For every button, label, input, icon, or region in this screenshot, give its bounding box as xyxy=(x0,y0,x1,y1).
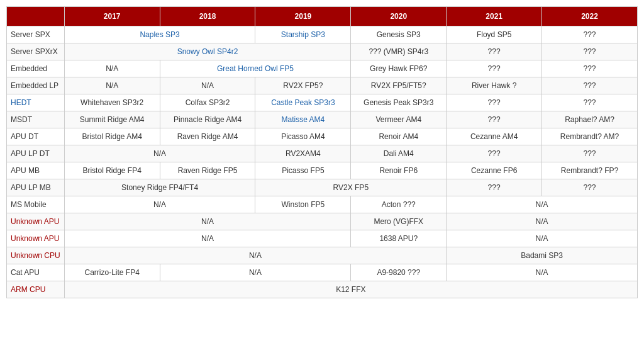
cell-apu-dt-3: Renoir AM4 xyxy=(351,128,447,145)
cell-unknown-apu-2-0: N/A xyxy=(64,230,351,247)
cell-unknown-apu-2-1: 1638 APU? xyxy=(351,230,447,247)
cell-msdt-2: Matisse AM4 xyxy=(255,111,351,128)
header-2018: 2018 xyxy=(160,7,255,26)
table-row-unknown-apu-1: Unknown APUN/AMero (VG)FFXN/A xyxy=(7,213,638,230)
cell-embedded-lp-2: RV2X FP5? xyxy=(255,77,351,94)
cell-cat-apu-3: N/A xyxy=(447,264,638,281)
cell-apu-lp-mb-3: ??? xyxy=(542,179,638,196)
cell-unknown-cpu-1: Badami SP3 xyxy=(447,247,638,264)
row-label-ms-mobile: MS Mobile xyxy=(7,196,65,213)
cell-server-spxrx-2: ??? xyxy=(447,43,542,60)
cell-ms-mobile-3: N/A xyxy=(447,196,638,213)
row-label-cat-apu: Cat APU xyxy=(7,264,65,281)
cell-unknown-cpu-0: N/A xyxy=(64,247,447,264)
cell-unknown-apu-2-2: N/A xyxy=(447,230,638,247)
cell-embedded-0: N/A xyxy=(64,60,160,77)
table-row-cat-apu: Cat APUCarrizo-Lite FP4N/AA9-9820 ???N/A xyxy=(7,264,638,281)
cell-msdt-4: ??? xyxy=(447,111,542,128)
row-label-embedded: Embedded xyxy=(7,60,65,77)
header-2021: 2021 xyxy=(447,7,542,26)
header-2022: 2022 xyxy=(542,7,638,26)
cell-msdt-1: Pinnacle Ridge AM4 xyxy=(160,111,255,128)
cell-ms-mobile-2: Acton ??? xyxy=(351,196,447,213)
cell-apu-mb-4: Cezanne FP6 xyxy=(447,162,542,179)
cell-apu-dt-0: Bristol Ridge AM4 xyxy=(64,128,160,145)
cell-embedded-1: Great Horned Owl FP5 xyxy=(160,60,351,77)
cell-apu-dt-2: Picasso AM4 xyxy=(255,128,351,145)
cell-apu-lp-dt-4: ??? xyxy=(542,145,638,162)
table-row-msdt: MSDTSummit Ridge AM4Pinnacle Ridge AM4Ma… xyxy=(7,111,638,128)
cell-hedt-1: Colfax SP3r2 xyxy=(160,94,255,111)
cell-server-spx-2: Genesis SP3 xyxy=(351,26,447,43)
row-label-unknown-apu-2: Unknown APU xyxy=(7,230,65,247)
cell-unknown-apu-1-1: Mero (VG)FFX xyxy=(351,213,447,230)
table-row-unknown-apu-2: Unknown APUN/A1638 APU?N/A xyxy=(7,230,638,247)
cell-apu-mb-5: Rembrandt? FP? xyxy=(542,162,638,179)
cell-server-spx-4: ??? xyxy=(542,26,638,43)
cell-msdt-0: Summit Ridge AM4 xyxy=(64,111,160,128)
cell-apu-dt-5: Rembrandt? AM? xyxy=(542,128,638,145)
table-row-unknown-cpu: Unknown CPUN/ABadami SP3 xyxy=(7,247,638,264)
cell-server-spx-1: Starship SP3 xyxy=(255,26,351,43)
cell-server-spxrx-3: ??? xyxy=(542,43,638,60)
header-2019: 2019 xyxy=(255,7,351,26)
cell-apu-lp-mb-2: ??? xyxy=(447,179,542,196)
cell-embedded-lp-0: N/A xyxy=(64,77,160,94)
header-2017: 2017 xyxy=(64,7,160,26)
cell-hedt-3: Genesis Peak SP3r3 xyxy=(351,94,447,111)
cell-server-spx-3: Floyd SP5 xyxy=(447,26,542,43)
cell-apu-lp-dt-1: RV2XAM4 xyxy=(255,145,351,162)
cell-hedt-4: ??? xyxy=(447,94,542,111)
header-2020: 2020 xyxy=(351,7,447,26)
cell-apu-lp-dt-0: N/A xyxy=(64,145,255,162)
row-label-unknown-cpu: Unknown CPU xyxy=(7,247,65,264)
row-label-embedded-lp: Embedded LP xyxy=(7,77,65,94)
table-row-apu-lp-dt: APU LP DTN/ARV2XAM4Dali AM4?????? xyxy=(7,145,638,162)
cell-server-spxrx-1: ??? (VMR) SP4r3 xyxy=(351,43,447,60)
cell-hedt-0: Whitehaven SP3r2 xyxy=(64,94,160,111)
cell-arm-cpu-0: K12 FFX xyxy=(64,281,637,298)
cell-embedded-4: ??? xyxy=(542,60,638,77)
cell-cat-apu-0: Carrizo-Lite FP4 xyxy=(64,264,160,281)
cell-apu-mb-1: Raven Ridge FP5 xyxy=(160,162,255,179)
cell-embedded-lp-5: ??? xyxy=(542,77,638,94)
cell-server-spx-0: Naples SP3 xyxy=(64,26,255,43)
table-row-hedt: HEDTWhitehaven SP3r2Colfax SP3r2Castle P… xyxy=(7,94,638,111)
cell-hedt-2: Castle Peak SP3r3 xyxy=(255,94,351,111)
row-label-apu-mb: APU MB xyxy=(7,162,65,179)
cell-cat-apu-1: N/A xyxy=(160,264,351,281)
cell-embedded-lp-3: RV2X FP5/FT5? xyxy=(351,77,447,94)
cell-unknown-apu-1-0: N/A xyxy=(64,213,351,230)
row-label-server-spxrx: Server SPXrX xyxy=(7,43,65,60)
row-label-server-spx: Server SPX xyxy=(7,26,65,43)
cell-server-spxrx-0: Snowy Owl SP4r2 xyxy=(64,43,351,60)
cell-apu-mb-0: Bristol Ridge FP4 xyxy=(64,162,160,179)
row-label-apu-lp-mb: APU LP MB xyxy=(7,179,65,196)
table-row-apu-mb: APU MBBristol Ridge FP4Raven Ridge FP5Pi… xyxy=(7,162,638,179)
cell-apu-lp-mb-1: RV2X FP5 xyxy=(255,179,447,196)
row-label-hedt: HEDT xyxy=(7,94,65,111)
cell-apu-dt-4: Cezanne AM4 xyxy=(447,128,542,145)
table-row-apu-lp-mb: APU LP MBStoney Ridge FP4/FT4RV2X FP5???… xyxy=(7,179,638,196)
cell-embedded-2: Grey Hawk FP6? xyxy=(351,60,447,77)
cell-msdt-5: Raphael? AM? xyxy=(542,111,638,128)
cell-embedded-lp-4: River Hawk ? xyxy=(447,77,542,94)
cell-ms-mobile-1: Winston FP5 xyxy=(255,196,351,213)
cell-ms-mobile-0: N/A xyxy=(64,196,255,213)
table-row-embedded-lp: Embedded LPN/AN/ARV2X FP5?RV2X FP5/FT5?R… xyxy=(7,77,638,94)
cell-embedded-3: ??? xyxy=(447,60,542,77)
cell-apu-mb-2: Picasso FP5 xyxy=(255,162,351,179)
table-row-arm-cpu: ARM CPUK12 FFX xyxy=(7,281,638,298)
row-label-arm-cpu: ARM CPU xyxy=(7,281,65,298)
cell-apu-dt-1: Raven Ridge AM4 xyxy=(160,128,255,145)
table-row-apu-dt: APU DTBristol Ridge AM4Raven Ridge AM4Pi… xyxy=(7,128,638,145)
cell-apu-lp-mb-0: Stoney Ridge FP4/FT4 xyxy=(64,179,255,196)
roadmap-table: 201720182019202020212022 Server SPXNaple… xyxy=(6,6,638,298)
table-row-server-spxrx: Server SPXrXSnowy Owl SP4r2??? (VMR) SP4… xyxy=(7,43,638,60)
cell-hedt-5: ??? xyxy=(542,94,638,111)
table-row-server-spx: Server SPXNaples SP3Starship SP3Genesis … xyxy=(7,26,638,43)
header-empty xyxy=(7,7,65,26)
table-row-embedded: EmbeddedN/AGreat Horned Owl FP5Grey Hawk… xyxy=(7,60,638,77)
cell-cat-apu-2: A9-9820 ??? xyxy=(351,264,447,281)
row-label-apu-lp-dt: APU LP DT xyxy=(7,145,65,162)
